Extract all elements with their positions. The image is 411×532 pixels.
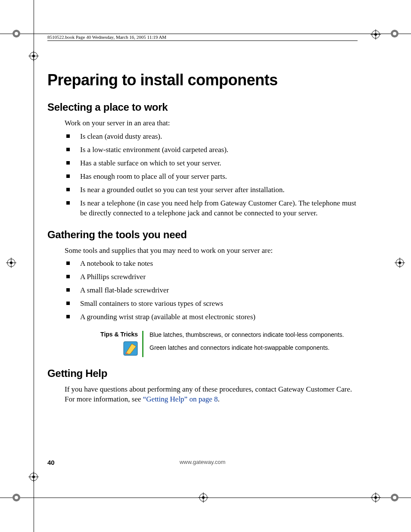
svg-point-33 [374,496,377,499]
list-item: Is clean (avoid dusty areas). [65,132,358,142]
registration-mark-icon [371,29,381,40]
cross-reference-link[interactable]: “Getting Help” on page 8 [143,395,218,403]
footer-url: www.gateway.com [47,459,358,465]
svg-point-29 [202,496,205,499]
list-item: A grounding wrist strap (available at mo… [65,312,358,322]
list-item: Is a low-static environment (avoid carpe… [65,145,358,155]
tips-line: Blue latches, thumbscrews, or connectors… [149,331,358,339]
section-heading-help: Getting Help [47,367,358,380]
svg-point-25 [32,476,35,478]
svg-point-21 [15,496,18,499]
registration-mark-icon [390,493,399,502]
svg-point-17 [374,33,377,36]
svg-point-1 [15,32,18,35]
section-heading-selecting: Selecting a place to work [47,101,358,113]
page-footer: 40 www.gateway.com [47,459,358,467]
running-header: 8510522.book Page 40 Wednesday, March 16… [47,34,358,41]
svg-point-35 [393,496,396,499]
registration-mark-icon [395,258,405,268]
svg-point-5 [32,55,35,57]
list-item: A Phillips screwdriver [65,272,358,282]
tools-list: A notebook to take notes A Phillips scre… [65,259,358,322]
tips-label-column: Tips & Tricks [82,331,142,357]
registration-mark-icon [390,29,399,38]
svg-point-9 [10,261,12,264]
help-paragraph: If you have questions about performing a… [65,385,358,404]
crop-line [0,34,411,34]
tips-and-tricks-box: Tips & Tricks Blue latches, thumbscrews,… [82,331,358,357]
registration-mark-icon [371,492,381,503]
crop-line [34,0,34,532]
registration-mark-icon [6,258,16,268]
page-content: 8510522.book Page 40 Wednesday, March 16… [47,34,358,408]
registration-mark-icon [28,51,39,61]
section-heading-tools: Gathering the tools you need [47,229,358,241]
registration-mark-icon [12,29,21,38]
page-title: Preparing to install components [47,71,358,89]
list-item: Is near a telephone (in case you need he… [65,199,358,218]
list-item: Small containers to store various types … [65,299,358,309]
help-text-after: . [218,395,219,403]
svg-point-13 [399,261,401,264]
list-item: A small flat-blade screwdriver [65,286,358,296]
list-item: Has a stable surface on which to set you… [65,159,358,168]
tips-line: Green latches and connectors indicate ho… [149,344,358,352]
registration-mark-icon [198,492,209,503]
tips-content: Blue latches, thumbscrews, or connectors… [149,331,358,356]
registration-mark-icon [28,472,39,482]
registration-mark-icon [12,493,21,502]
list-item: A notebook to take notes [65,259,358,269]
list-item: Has enough room to place all of your ser… [65,172,358,182]
tips-divider [142,331,143,357]
tips-note-icon [123,341,138,356]
svg-point-19 [393,32,396,35]
tips-label: Tips & Tricks [82,331,138,338]
list-item: Is near a grounded outlet so you can tes… [65,185,358,195]
intro-text: Work on your server in an area that: [65,118,358,128]
selecting-list: Is clean (avoid dusty areas). Is a low-s… [65,132,358,218]
intro-text: Some tools and supplies that you may nee… [65,246,358,256]
